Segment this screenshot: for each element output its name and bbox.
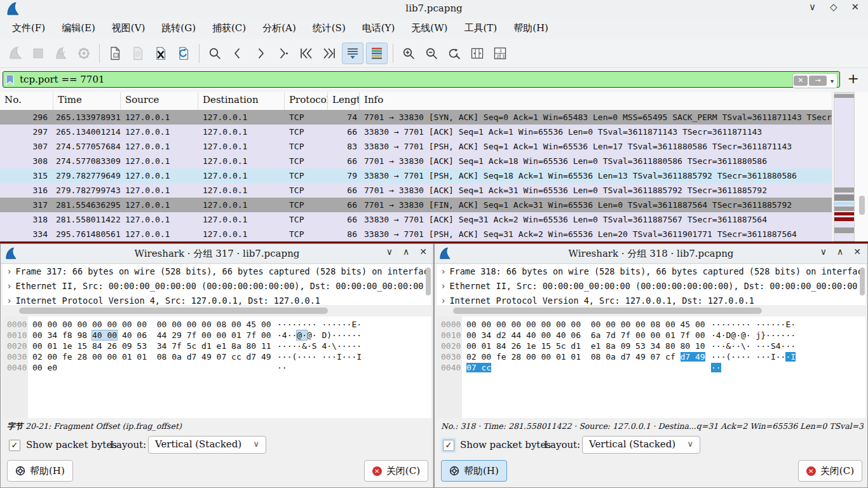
filter-clear-button[interactable]: ✕ <box>794 76 808 86</box>
close-icon[interactable]: ✕ <box>853 247 861 257</box>
proto-tree-item[interactable]: ›Internet Protocol Version 4, Src: 127.0… <box>3 294 431 305</box>
hex-row[interactable]: 002000 01 84 26 1e 15 5c d1 e1 8a 09 53 … <box>437 341 865 351</box>
menu-item[interactable]: 电话(Y) <box>354 20 403 37</box>
restore-icon[interactable]: ∧ <box>837 247 843 257</box>
close-file-icon[interactable] <box>151 43 171 64</box>
packet-list-minimap[interactable] <box>834 92 855 241</box>
go-last-icon[interactable] <box>319 43 339 64</box>
menu-item[interactable]: 文件(F) <box>4 20 53 37</box>
open-file-icon[interactable] <box>105 43 125 64</box>
hex-row[interactable]: 002000 01 1e 15 84 26 09 53 34 7f 5c d1 … <box>3 341 431 351</box>
show-packet-bytes-checkbox[interactable]: ✓ <box>7 438 22 453</box>
packet-row-297[interactable]: 297265.134001214127.0.0.1127.0.0.1TCP663… <box>0 125 832 139</box>
show-packet-bytes-checkbox[interactable]: ✓ <box>441 438 456 453</box>
filter-add-button[interactable]: + <box>848 71 859 86</box>
expander-icon[interactable]: › <box>437 281 449 291</box>
column-header-source[interactable]: Source <box>121 92 198 110</box>
menu-item[interactable]: 分析(A) <box>254 20 304 37</box>
filter-bar: tcp.port == 7701 ✕ → ▾ + <box>0 68 868 93</box>
menu-item[interactable]: 编辑(E) <box>53 20 104 37</box>
minimize-icon[interactable]: ∨ <box>809 1 816 13</box>
tree-horizontal-scrollbar[interactable] <box>3 307 431 315</box>
packet-row-315[interactable]: 315279.782779649127.0.0.1127.0.0.1TCP793… <box>0 168 832 183</box>
hex-row[interactable]: 001000 34 f8 98 40 00 40 06 44 29 7f 00 … <box>3 330 431 341</box>
proto-tree-item[interactable]: ›Internet Protocol Version 4, Src: 127.0… <box>437 294 865 305</box>
hex-row[interactable]: 003002 00 fe 28 00 00 01 01 08 0a d7 49 … <box>437 351 865 362</box>
packet-row-296[interactable]: 296265.133978931127.0.0.1127.0.0.1TCP747… <box>0 110 832 125</box>
colorize-icon[interactable] <box>366 43 388 64</box>
tree-horizontal-scrollbar[interactable] <box>437 307 865 315</box>
resize-columns-icon[interactable] <box>467 43 487 64</box>
zoom-out-icon[interactable] <box>421 43 442 64</box>
column-header-no[interactable]: No. <box>0 92 53 110</box>
layout-123-icon[interactable]: 123 <box>490 43 510 64</box>
find-packet-icon[interactable] <box>205 43 225 64</box>
bookmark-icon[interactable] <box>6 74 14 85</box>
column-header-time[interactable]: Time <box>53 92 121 110</box>
packet-row-334[interactable]: 334295.761480561127.0.0.1127.0.0.1TCP863… <box>0 227 832 241</box>
zoom-in-icon[interactable] <box>398 43 419 64</box>
reload-file-icon[interactable] <box>173 43 194 64</box>
close-dialog-button[interactable]: ✕ 关闭(C) <box>798 460 862 482</box>
go-first-icon[interactable] <box>296 43 316 64</box>
close-icon[interactable]: ✕ <box>851 1 859 13</box>
proto-tree-item[interactable]: ›Ethernet II, Src: 00:00:00_00:00:00 (00… <box>437 279 865 294</box>
filter-dropdown-caret-icon[interactable]: ▾ <box>828 78 836 85</box>
column-header-length[interactable]: Length <box>328 92 360 110</box>
hex-row[interactable]: 004000 e0·· <box>3 362 431 373</box>
menu-item[interactable]: 工具(T) <box>456 20 505 37</box>
menu-item[interactable]: 视图(V) <box>104 20 154 37</box>
packet-row-308[interactable]: 308274.577083309127.0.0.1127.0.0.1TCP667… <box>0 154 832 168</box>
close-dialog-button[interactable]: ✕ 关闭(C) <box>364 460 428 482</box>
cell: 127.0.0.1 <box>121 227 198 241</box>
menu-item[interactable]: 无线(W) <box>403 20 456 37</box>
maximize-icon[interactable]: ◇ <box>830 1 837 13</box>
hex-row[interactable]: 003002 00 fe 28 00 00 01 01 08 0a d7 49 … <box>3 351 431 362</box>
proto-tree-item[interactable]: ›Frame 318: 66 bytes on wire (528 bits),… <box>437 264 865 279</box>
minimize-icon[interactable]: ∨ <box>386 247 393 257</box>
tree-scrollbar-thumb[interactable] <box>860 268 865 295</box>
close-icon[interactable]: ✕ <box>419 247 427 257</box>
tree-scrollbar-thumb[interactable] <box>426 268 431 295</box>
display-filter-input[interactable]: tcp.port == 7701 ✕ → ▾ <box>3 71 840 88</box>
hex-row[interactable]: 000000 00 00 00 00 00 00 00 00 00 00 00 … <box>437 319 865 330</box>
go-to-packet-icon[interactable] <box>273 43 294 64</box>
column-header-info[interactable]: Info <box>360 92 832 110</box>
filter-apply-button[interactable]: → <box>809 76 827 86</box>
tree-hscroll-thumb[interactable] <box>453 308 762 314</box>
expander-icon[interactable]: › <box>3 281 15 291</box>
column-header-protocol[interactable]: Protocol <box>285 92 328 110</box>
auto-scroll-icon[interactable] <box>342 43 363 64</box>
packet-row-317[interactable]: 317281.554636295127.0.0.1127.0.0.1TCP667… <box>0 198 832 212</box>
menu-item[interactable]: 跳转(G) <box>153 20 204 37</box>
column-header-destination[interactable]: Destination <box>198 92 285 110</box>
restore-icon[interactable]: ∧ <box>403 247 409 257</box>
go-back-icon[interactable] <box>227 43 248 64</box>
expander-icon[interactable]: › <box>3 266 15 276</box>
expander-icon[interactable]: › <box>3 295 15 305</box>
menu-item[interactable]: 统计(S) <box>304 20 354 37</box>
proto-tree-item[interactable]: ›Frame 317: 66 bytes on wire (528 bits),… <box>3 264 431 279</box>
hex-row[interactable]: 000000 00 00 00 00 00 00 00 00 00 00 00 … <box>3 319 431 330</box>
tree-hscroll-thumb[interactable] <box>19 308 328 314</box>
packet-row-307[interactable]: 307274.577057684127.0.0.1127.0.0.1TCP833… <box>0 139 832 154</box>
svg-text:2: 2 <box>497 53 499 58</box>
hex-row[interactable]: 001000 34 d2 44 40 00 40 06 6a 7d 7f 00 … <box>437 330 865 341</box>
expander-icon[interactable]: › <box>437 266 449 276</box>
help-button[interactable]: 帮助(H) <box>441 460 507 482</box>
packet-row-316[interactable]: 316279.782799743127.0.0.1127.0.0.1TCP667… <box>0 183 832 198</box>
layout-select[interactable]: Vertical (Stacked) ∨ <box>582 436 700 454</box>
layout-select[interactable]: Vertical (Stacked) ∨ <box>148 436 266 454</box>
minimize-icon[interactable]: ∨ <box>820 247 827 257</box>
proto-tree-item[interactable]: ›Ethernet II, Src: 00:00:00_00:00:00 (00… <box>3 279 431 294</box>
menu-item[interactable]: 帮助(H) <box>505 20 557 37</box>
expander-icon[interactable]: › <box>437 295 449 305</box>
zoom-reset-icon[interactable] <box>444 43 465 64</box>
packet-list-scrollbar-thumb[interactable] <box>859 196 865 215</box>
help-button[interactable]: 帮助(H) <box>7 460 73 482</box>
hex-row[interactable]: 004007 cc·· <box>437 362 865 373</box>
proto-tree-label: Ethernet II, Src: 00:00:00_00:00:00 (00:… <box>449 281 857 291</box>
menu-item[interactable]: 捕获(C) <box>204 20 254 37</box>
packet-row-318[interactable]: 318281.558011422127.0.0.1127.0.0.1TCP663… <box>0 212 832 227</box>
go-forward-icon[interactable] <box>250 43 271 64</box>
